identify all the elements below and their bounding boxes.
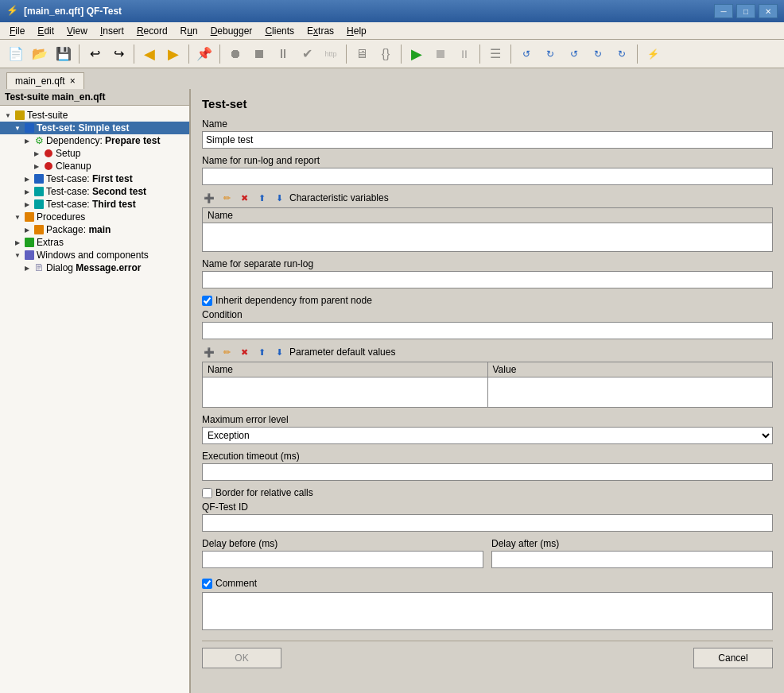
tree-item-testcase-second[interactable]: ▶ Test-case: Second test: [0, 185, 189, 198]
pause-button[interactable]: ⏸: [453, 43, 475, 65]
run-options-button[interactable]: ☰: [484, 43, 506, 65]
param-del-btn[interactable]: ✖: [237, 346, 251, 358]
toolbar-sep-1: [79, 45, 80, 64]
menu-debugger[interactable]: Debugger: [204, 24, 259, 38]
tree-item-procedures[interactable]: ▼ Procedures: [0, 211, 189, 223]
main-tab[interactable]: main_en.qft ×: [6, 72, 84, 89]
charvar-down-btn[interactable]: ⬇: [272, 192, 286, 204]
param-up-btn[interactable]: ⬆: [254, 346, 269, 358]
charvar-up-btn[interactable]: ⬆: [254, 192, 269, 204]
menu-insert[interactable]: Insert: [94, 24, 130, 38]
runlog-input[interactable]: [202, 168, 773, 185]
label-cleanup: Cleanup: [56, 161, 91, 172]
back-button[interactable]: ◀: [138, 43, 161, 65]
param-add-btn[interactable]: ➕: [202, 346, 216, 358]
runlog-section: Name for run-log and report: [202, 155, 773, 185]
tree-item-testcase-first[interactable]: ▶ Test-case: First test: [0, 172, 189, 185]
ok-button[interactable]: OK: [202, 648, 281, 668]
qftest-id-input[interactable]: [202, 514, 773, 532]
menu-help[interactable]: Help: [340, 24, 373, 38]
cancel-button[interactable]: Cancel: [693, 648, 773, 668]
maximize-button[interactable]: □: [736, 4, 755, 18]
replay-2-button[interactable]: ↻: [539, 43, 561, 65]
param-title: Parameter default values: [289, 346, 395, 358]
param-name-cell: [203, 377, 488, 408]
separate-runlog-section: Name for separate run-log: [202, 258, 773, 288]
max-error-select[interactable]: Exception Error Warning None: [202, 427, 773, 444]
tree-item-testset-simple[interactable]: ▼ Test-set: Simple test: [0, 122, 189, 134]
icon-testcase-second: [33, 186, 45, 197]
inherit-label[interactable]: Inherit dependency from parent node: [215, 295, 372, 306]
separate-runlog-input[interactable]: [202, 271, 773, 288]
comment-textarea[interactable]: [202, 592, 773, 630]
tab-close-icon[interactable]: ×: [70, 75, 76, 87]
icon-testset: [24, 122, 35, 134]
condition-input[interactable]: [202, 322, 773, 339]
run-component-button[interactable]: {}: [375, 43, 397, 65]
undo-button[interactable]: ↩: [83, 43, 106, 65]
tree-item-dialog[interactable]: ▶ 🖹 Dialog Message.error: [0, 261, 189, 274]
max-error-section: Maximum error level Exception Error Warn…: [202, 414, 773, 444]
param-down-btn[interactable]: ⬇: [272, 346, 286, 358]
charvar-edit-btn[interactable]: ✏: [219, 192, 234, 204]
tree-item-setup[interactable]: ▶ Setup: [0, 147, 189, 160]
charvar-box: Name: [202, 207, 773, 252]
run-window-button[interactable]: 🖥: [351, 43, 373, 65]
border-label[interactable]: Border for relative calls: [215, 487, 313, 498]
record-start-button[interactable]: ⏺: [224, 43, 246, 65]
tree-item-dependency[interactable]: ▶ ⚙ Dependency: Prepare test: [0, 134, 189, 147]
menu-extras[interactable]: Extras: [301, 24, 340, 38]
menu-file[interactable]: File: [3, 24, 31, 38]
charvar-add-btn[interactable]: ➕: [202, 192, 216, 204]
menu-view[interactable]: View: [60, 24, 94, 38]
replay-3-button[interactable]: ↺: [563, 43, 585, 65]
record-check-button[interactable]: ✔: [296, 43, 318, 65]
replay-4-button[interactable]: ↻: [587, 43, 609, 65]
charvar-del-btn[interactable]: ✖: [237, 192, 251, 204]
record-stop-button[interactable]: ⏹: [248, 43, 270, 65]
inherit-checkbox[interactable]: [202, 296, 212, 306]
condition-section: Condition: [202, 309, 773, 339]
runlog-label: Name for run-log and report: [202, 155, 773, 166]
catch-button[interactable]: 📌: [193, 43, 215, 65]
icon-package: [33, 224, 45, 235]
minimize-button[interactable]: ─: [714, 4, 733, 18]
replay-5-button[interactable]: ↻: [611, 43, 633, 65]
tree-item-windows[interactable]: ▼ Windows and components: [0, 249, 189, 261]
save-button[interactable]: 💾: [52, 43, 75, 65]
toolbar-sep-2: [134, 45, 134, 64]
label-testcase-third: Test-case: Third test: [46, 199, 136, 210]
close-button[interactable]: ✕: [759, 4, 778, 18]
run-button[interactable]: ▶: [406, 43, 428, 65]
param-name-col: Name: [203, 362, 488, 377]
exec-timeout-input[interactable]: [202, 463, 773, 481]
lightning-button[interactable]: ⚡: [642, 43, 664, 65]
tree-item-testsuite[interactable]: ▼ Test-suite: [0, 109, 189, 122]
delay-after-input[interactable]: [491, 551, 773, 568]
toolbar-sep-8: [510, 45, 511, 64]
delay-before-input[interactable]: [202, 551, 483, 568]
app-icon: ⚡: [6, 5, 19, 17]
record-pause-button[interactable]: ⏸: [272, 43, 294, 65]
replay-1-button[interactable]: ↺: [515, 43, 538, 65]
new-button[interactable]: 📄: [5, 43, 27, 65]
stop-button[interactable]: ⏹: [429, 43, 452, 65]
tree-item-testcase-third[interactable]: ▶ Test-case: Third test: [0, 198, 189, 211]
param-edit-btn[interactable]: ✏: [219, 346, 234, 358]
open-button[interactable]: 📂: [29, 43, 51, 65]
menu-edit[interactable]: Edit: [31, 24, 60, 38]
tree-item-package-main[interactable]: ▶ Package: main: [0, 223, 189, 236]
comment-checkbox[interactable]: [202, 579, 212, 589]
record-http-button[interactable]: http: [320, 43, 342, 65]
menu-record[interactable]: Record: [130, 24, 174, 38]
comment-label[interactable]: Comment: [215, 578, 257, 589]
name-input[interactable]: [202, 131, 773, 149]
arrow-procedures: ▼: [13, 212, 22, 222]
border-checkbox[interactable]: [202, 488, 212, 498]
tree-item-extras[interactable]: ▶ Extras: [0, 236, 189, 249]
menu-run[interactable]: Run: [174, 24, 204, 38]
tree-item-cleanup[interactable]: ▶ Cleanup: [0, 160, 189, 172]
redo-button[interactable]: ↪: [107, 43, 130, 65]
forward-button[interactable]: ▶: [162, 43, 184, 65]
menu-clients[interactable]: Clients: [258, 24, 301, 38]
